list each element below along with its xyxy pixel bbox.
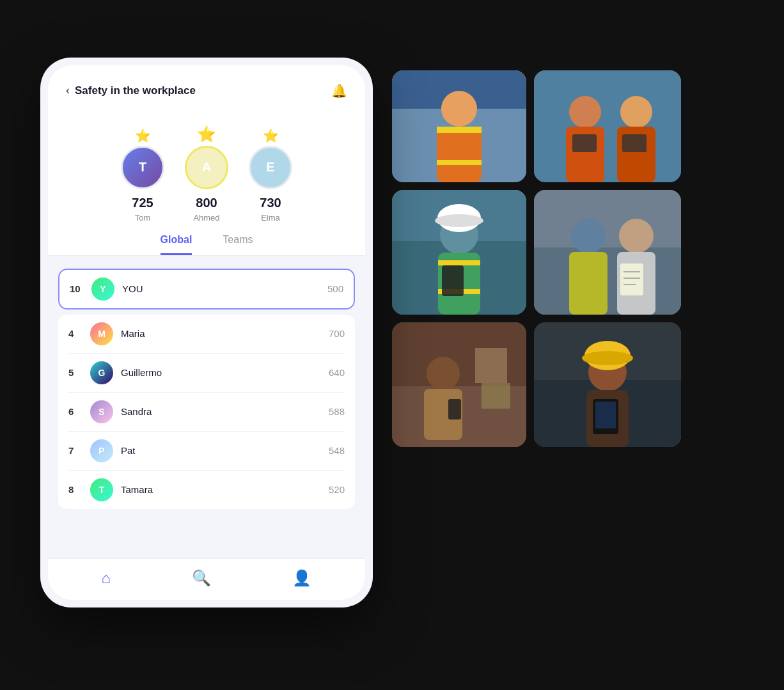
photo-forklift-worker (392, 322, 526, 447)
page-title: Safety in the workplace (75, 84, 196, 97)
name-ahmed: Ahmed (193, 213, 219, 223)
header-left: ‹ Safety in the workplace (66, 84, 196, 97)
score-tom: 725 (132, 196, 153, 210)
photo-hardhat-worker (392, 190, 526, 315)
score-tamara: 520 (329, 484, 345, 495)
name-sandra: Sandra (121, 406, 321, 417)
name-tamara: Tamara (121, 484, 321, 495)
svg-point-43 (582, 351, 633, 365)
nav-profile[interactable]: 👤 (292, 569, 311, 587)
avatar-ahmed: A (185, 146, 228, 189)
avatar-elma: E (249, 146, 292, 189)
back-button[interactable]: ‹ (66, 84, 70, 97)
avatar-sandra: S (90, 400, 113, 423)
profile-icon: 👤 (292, 569, 311, 587)
notification-bell-icon[interactable]: 🔔 (331, 83, 347, 98)
svg-point-24 (571, 219, 606, 253)
photo-workers-tablets (534, 70, 681, 182)
svg-rect-5 (437, 160, 482, 165)
search-icon: 🔍 (192, 569, 211, 587)
name-maria: Maria (121, 328, 321, 339)
phone-screen: ‹ Safety in the workplace 🔔 ⭐ T 725 Tom (48, 65, 365, 600)
rank-you: 10 (70, 283, 84, 294)
tab-global[interactable]: Global (161, 234, 192, 255)
name-you: YOU (122, 283, 320, 294)
row-sandra: 6 S Sandra 588 (58, 393, 355, 431)
you-row: 10 Y YOU 500 (58, 269, 355, 310)
svg-point-2 (441, 91, 477, 127)
score-pat: 548 (329, 445, 345, 456)
nav-search[interactable]: 🔍 (192, 569, 211, 587)
medal-2nd: ⭐ (135, 129, 151, 142)
tab-teams[interactable]: Teams (223, 234, 253, 255)
name-pat: Pat (121, 445, 321, 456)
svg-rect-25 (569, 252, 608, 315)
svg-rect-12 (622, 134, 647, 152)
row-tamara: 8 T Tamara 520 (58, 471, 355, 509)
podium-third-place: ⭐ E 730 Elma (249, 129, 292, 223)
svg-rect-34 (475, 348, 507, 383)
name-elma: Elma (261, 213, 280, 223)
avatar-wrap-elma: E (249, 146, 292, 189)
photo-workers-review (534, 190, 681, 315)
svg-point-17 (435, 214, 483, 227)
row-maria: 4 M Maria 700 (58, 315, 355, 353)
svg-point-7 (569, 96, 601, 128)
svg-rect-4 (437, 127, 482, 133)
rank-7: 7 (68, 445, 82, 456)
svg-rect-3 (437, 127, 482, 182)
tabs-section: Global Teams (48, 223, 365, 256)
rank-8: 8 (68, 484, 82, 495)
score-ahmed: 800 (196, 196, 217, 210)
podium-section: ⭐ T 725 Tom ⭐ A (48, 109, 365, 223)
header: ‹ Safety in the workplace 🔔 (48, 65, 365, 109)
leaderboard-group: 4 M Maria 700 5 G Guillermo (58, 315, 355, 509)
scene: ‹ Safety in the workplace 🔔 ⭐ T 725 Tom (40, 58, 744, 633)
svg-rect-28 (620, 263, 643, 295)
leaderboard: 10 Y YOU 500 4 M Maria 700 (48, 256, 365, 558)
podium-first-place: ⭐ A 800 Ahmed (185, 127, 228, 223)
avatar-wrap-tom: T (121, 146, 164, 189)
svg-rect-6 (534, 70, 681, 182)
photo-5-placeholder (392, 322, 526, 447)
svg-rect-35 (482, 383, 510, 409)
photo-2-placeholder (534, 70, 681, 182)
score-sandra: 588 (329, 406, 345, 417)
svg-rect-19 (438, 260, 480, 265)
svg-point-9 (620, 96, 652, 128)
avatar-pat: P (90, 439, 113, 462)
nav-home[interactable]: ⌂ (102, 569, 111, 587)
medal-1st: ⭐ (197, 127, 216, 142)
avatar-tom: T (121, 146, 164, 189)
photo-yellow-hardhat (534, 322, 681, 447)
score-you: 500 (327, 283, 343, 294)
row-guillermo: 5 G Guillermo 640 (58, 354, 355, 392)
photo-grid (392, 70, 681, 447)
svg-point-26 (619, 219, 654, 253)
svg-rect-38 (448, 399, 461, 419)
row-pat: 7 P Pat 548 (58, 432, 355, 470)
svg-rect-21 (442, 265, 464, 296)
avatar-wrap-ahmed: A (185, 146, 228, 189)
rank-4: 4 (68, 328, 82, 339)
rank-6: 6 (68, 406, 82, 417)
svg-point-36 (427, 357, 460, 390)
avatar-guillermo: G (90, 361, 113, 384)
phone-mockup: ‹ Safety in the workplace 🔔 ⭐ T 725 Tom (40, 58, 373, 608)
svg-rect-11 (572, 134, 597, 152)
score-elma: 730 (260, 196, 281, 210)
bottom-nav: ⌂ 🔍 👤 (48, 558, 365, 600)
photo-1-placeholder (392, 70, 526, 182)
podium-second-place: ⭐ T 725 Tom (121, 129, 164, 223)
name-tom: Tom (135, 213, 151, 223)
photo-6-placeholder (534, 322, 681, 447)
avatar-maria: M (90, 322, 113, 345)
photo-4-placeholder (534, 190, 681, 315)
medal-3rd: ⭐ (263, 129, 279, 142)
score-maria: 700 (329, 328, 345, 339)
home-icon: ⌂ (102, 569, 111, 587)
photo-3-placeholder (392, 190, 526, 315)
avatar-tamara: T (90, 478, 113, 501)
avatar-you-row: Y (91, 278, 114, 301)
svg-rect-46 (595, 402, 616, 428)
